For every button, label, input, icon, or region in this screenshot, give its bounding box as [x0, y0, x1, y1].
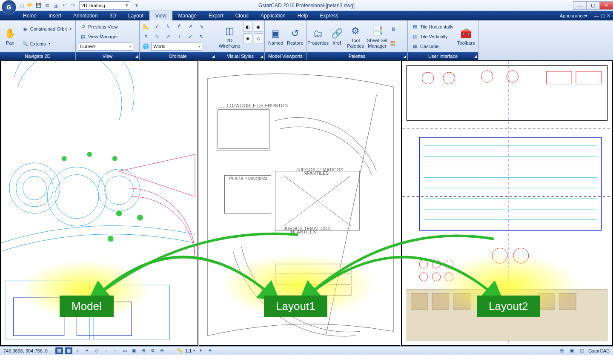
appearance-menu[interactable]: Appearance ▾ — [560, 11, 587, 20]
properties-button[interactable]: 🗂Properties — [308, 22, 328, 51]
svg-point-9 — [62, 156, 67, 161]
svg-rect-36 — [576, 71, 602, 84]
model-toggle[interactable]: ▣ — [130, 347, 138, 354]
svg-point-0 — [9, 163, 60, 213]
tile-h-button[interactable]: ▤Tile Horizontally — [410, 22, 455, 31]
restore-viewports-button[interactable]: ↺ Restore — [286, 22, 305, 51]
ucs-icon[interactable]: ↳ — [163, 22, 173, 31]
scale-icon[interactable]: 📏 — [176, 347, 183, 354]
workspace-dropdown[interactable]: 2D Drafting — [79, 1, 130, 10]
status-toggle[interactable]: ✶ — [197, 347, 204, 354]
ucs-icon[interactable]: ⤡ — [152, 32, 162, 41]
dyn-toggle[interactable]: ▭ — [121, 347, 129, 354]
tab-layout[interactable]: Layout — [122, 11, 149, 20]
panel-ordinate: 📐↲↳↱ ↰⤡⤢↕ ↗↘ ↙↖ 🌐 World Ordinate◢ — [140, 20, 216, 60]
vs-icon[interactable]: ◈ — [243, 33, 252, 43]
tab-3d[interactable]: 3D — [103, 11, 122, 20]
ucs-icon[interactable]: ↰ — [141, 32, 151, 41]
ucs-icon[interactable]: ↲ — [152, 22, 162, 31]
new-icon[interactable]: ▢ — [18, 2, 26, 9]
print-icon[interactable]: 🖨 — [52, 2, 60, 9]
mdi-min-icon[interactable]: — — [594, 13, 599, 18]
status-toggle[interactable]: ⊞ — [140, 347, 147, 354]
ortho-toggle[interactable]: ⊥ — [74, 347, 82, 354]
minimize-button[interactable]: — — [573, 1, 587, 10]
ucs-icon[interactable]: ↱ — [174, 22, 184, 31]
vs-icon[interactable]: ◐ — [243, 22, 252, 32]
app-menu-button[interactable]: G — [2, 0, 16, 14]
panel-visual-styles: ◫ 2D Wireframe ◐◉ ◈◇ Visual Styles◢ — [216, 20, 265, 60]
drawing-area[interactable]: LOZA DOBLE DE FRONTON PLAZA PRINCIPAL JU… — [0, 60, 613, 346]
qat-more-icon[interactable]: ▾ — [133, 2, 140, 9]
vs-icon[interactable]: ◇ — [254, 33, 263, 43]
grid-toggle[interactable]: ▩ — [65, 347, 72, 354]
layout-switch-icon[interactable]: ▣ — [568, 347, 576, 354]
layout-switch-icon[interactable]: ◫ — [578, 347, 586, 354]
ucs-icon[interactable]: ↗ — [185, 22, 195, 31]
named-viewports-button[interactable]: ▣ Named — [266, 22, 286, 51]
open-icon[interactable]: 📂 — [26, 2, 34, 9]
view-manager-button[interactable]: ▤View Manager — [78, 32, 137, 41]
ucs-dropdown[interactable]: World — [151, 42, 202, 51]
quick-access-toolbar: ▢ 📂 💾 ⧉ 🖨 ↶ ↷ 2D Drafting ▾ — [0, 1, 142, 10]
polar-toggle[interactable]: ✦ — [83, 347, 91, 354]
lineweight-toggle[interactable]: ≡ — [112, 347, 119, 354]
saveall-icon[interactable]: ⧉ — [43, 2, 51, 9]
tab-view[interactable]: View — [149, 11, 172, 20]
tab-insert[interactable]: Insert — [43, 11, 67, 20]
tile-v-button[interactable]: ▥Tile Vertically — [410, 32, 455, 41]
cascade-button[interactable]: ▦Cascade — [410, 42, 455, 51]
otrack-toggle[interactable]: ↔ — [102, 347, 110, 354]
orbit-button[interactable]: ◉Constrained Orbit▾ — [20, 24, 73, 34]
tab-cloud[interactable]: Cloud — [229, 11, 255, 20]
status-toggle[interactable]: ⊕ — [158, 347, 166, 354]
tab-manage[interactable]: Manage — [172, 11, 203, 20]
maximize-button[interactable]: ▢ — [586, 1, 600, 10]
status-toggle[interactable]: ✷ — [206, 347, 214, 354]
tool-palettes-button[interactable]: ⚙Tool Palettes — [345, 22, 366, 51]
tab-export[interactable]: Export — [203, 11, 229, 20]
prev-view-icon: ↺ — [80, 23, 86, 30]
vs-icon[interactable]: ◉ — [254, 22, 263, 32]
named-vp-icon: ▣ — [269, 27, 283, 40]
previous-view-button[interactable]: ↺Previous View — [78, 22, 137, 31]
workspace-value: 2D Drafting — [81, 3, 105, 8]
tab-help[interactable]: Help — [292, 11, 314, 20]
layout-switch-icon[interactable]: ▤ — [558, 347, 565, 354]
toolbars-button[interactable]: 🧰Toolbars — [456, 22, 476, 51]
ucs-icon[interactable]: 📐 — [141, 22, 151, 31]
ucs-icon[interactable]: ⤢ — [163, 32, 173, 41]
product-label: GstarCAD — [588, 348, 610, 353]
tab-annotation[interactable]: Annotation — [67, 11, 103, 20]
current-view-dropdown[interactable]: Current — [78, 42, 133, 51]
ucs-icon[interactable]: ↕ — [174, 32, 184, 41]
ucs-world-icon[interactable]: 🌐 — [141, 43, 150, 49]
ucs-icon[interactable]: ↖ — [196, 32, 206, 41]
annotation-scale[interactable]: 1:1 — [185, 348, 192, 353]
sheetset-button[interactable]: 📑Sheet Set Manager — [366, 22, 389, 51]
svg-point-41 — [432, 273, 441, 281]
wireframe-button[interactable]: ◫ 2D Wireframe — [218, 22, 241, 51]
mdi-restore-icon[interactable]: ▢ — [601, 13, 605, 19]
pan-button[interactable]: ✋ Pan — [1, 22, 19, 51]
osnap-toggle[interactable]: ◇ — [93, 347, 100, 354]
svg-text:INFANTILES: INFANTILES — [302, 171, 329, 176]
save-icon[interactable]: 💾 — [35, 2, 43, 9]
extents-button[interactable]: 🔍Extents▾ — [20, 39, 73, 48]
tab-application[interactable]: Application — [255, 11, 292, 20]
mdi-close-icon[interactable]: ✕ — [607, 13, 610, 19]
tab-express[interactable]: Express — [314, 11, 344, 20]
tab-home[interactable]: Home — [17, 11, 43, 20]
svg-rect-17 — [216, 108, 271, 150]
svg-point-13 — [137, 215, 143, 221]
ucs-icon[interactable]: ↘ — [196, 22, 206, 31]
palette-aux-icon[interactable]: 🧮 — [390, 39, 396, 48]
xref-button[interactable]: 🔗Xref — [328, 22, 345, 51]
snap-toggle[interactable]: ▦ — [55, 347, 63, 354]
status-toggle[interactable]: ⚙ — [149, 347, 157, 354]
palette-aux-icon[interactable]: 🖥 — [390, 24, 396, 34]
redo-icon[interactable]: ↷ — [69, 2, 77, 9]
close-button[interactable]: ✕ — [599, 1, 613, 10]
undo-icon[interactable]: ↶ — [60, 2, 68, 9]
ucs-icon[interactable]: ↙ — [185, 32, 195, 41]
